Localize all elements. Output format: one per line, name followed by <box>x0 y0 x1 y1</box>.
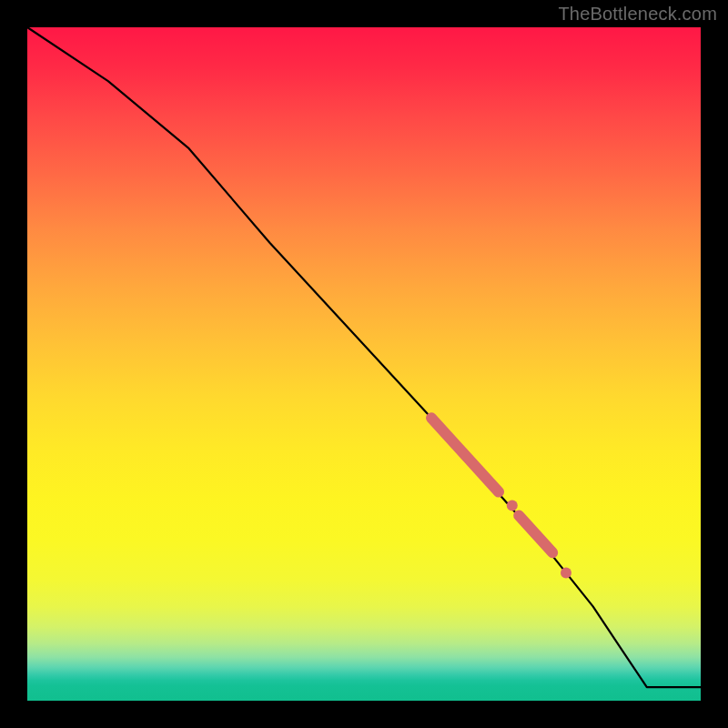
chart-stage: TheBottleneck.com <box>0 0 728 728</box>
thick-segment-upper <box>431 418 499 491</box>
dot-mid <box>507 500 518 511</box>
chart-overlay <box>27 27 701 701</box>
watermark-text: TheBottleneck.com <box>558 4 717 25</box>
main-curve <box>27 27 701 687</box>
dot-lower <box>561 567 571 578</box>
thick-segment-lower <box>519 516 552 553</box>
